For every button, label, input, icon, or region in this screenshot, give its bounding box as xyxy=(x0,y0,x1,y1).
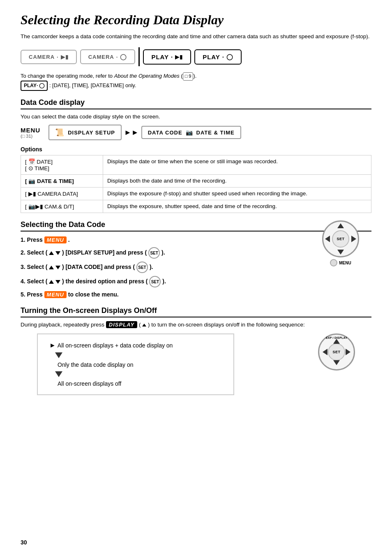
options-heading: Options xyxy=(21,146,371,153)
step-4: 4. Select ( ) the desired option and pre… xyxy=(21,276,371,287)
option-cam-dt-row: [ 📷▶▮ CAM.& D/T] Displays the exposure, … xyxy=(21,200,371,213)
play-video-icon: ▶▮ xyxy=(175,54,183,60)
dot-separator4: · xyxy=(222,53,224,60)
data-code-icon: 📷 xyxy=(186,129,193,136)
display-setup-icon: 📜 xyxy=(55,128,65,137)
onscreen-heading: Turning the On-screen Displays On/Off xyxy=(21,306,371,317)
menu-circle-icon xyxy=(330,259,337,266)
still-icon-inline: ◯ xyxy=(39,82,44,90)
onscreen-section: Turning the On-screen Displays On/Off Du… xyxy=(21,306,371,395)
data-code-section: Data Code display You can select the dat… xyxy=(21,98,371,213)
play-still-mode-btn[interactable]: PLAY · ◯ xyxy=(194,49,242,65)
mode-divider xyxy=(138,47,140,66)
option-cam-dt-key: [ 📷▶▮ CAM.& D/T] xyxy=(21,200,103,213)
menu-arrow: ►► xyxy=(124,128,139,137)
options-table: [ 📅 DATE][ ⊙ TIME] Displays the date or … xyxy=(21,155,371,213)
step-3-up-arrow xyxy=(49,266,54,269)
set2-right-arrow xyxy=(346,349,350,355)
set-btn-right-arrow xyxy=(351,236,356,242)
dot-separator: · xyxy=(57,54,59,60)
option-camera-data-key: [ ▶▮ CAMERA DATA] xyxy=(21,188,103,200)
step-2-down-arrow xyxy=(55,251,60,255)
flow-item-1-row: ► All on-screen displays + data code dis… xyxy=(49,342,173,349)
set2-up-arrow xyxy=(333,339,340,344)
onscreen-prefix: During playback, repeatedly press xyxy=(21,322,106,328)
note-prefix: To change the operating mode, refer to xyxy=(21,73,114,79)
flow-box: ► All on-screen displays + data code dis… xyxy=(37,333,234,395)
flow-item-2-row: Only the data code display on xyxy=(49,361,133,368)
dot-separator3: · xyxy=(171,53,173,60)
still-icon: ◯ xyxy=(120,53,127,60)
set-button-diagram: SET MENU xyxy=(318,220,363,266)
step-3-text: 3. Select ( xyxy=(21,264,47,270)
set-btn-left-arrow xyxy=(325,236,330,242)
flow-item-1: All on-screen displays + data code displ… xyxy=(58,342,173,349)
step-2-up-arrow xyxy=(49,251,54,255)
step-5-menu-tag: MENU xyxy=(44,291,67,298)
camera-video-label: CAMERA xyxy=(29,54,55,60)
note-suffix: : [DATE], [TIME], [DATE&TIME] only. xyxy=(49,82,136,88)
set-btn-inner-2: SET xyxy=(328,343,345,361)
step-4-text: 4. Select ( xyxy=(21,278,47,285)
note-italic-ref: About the Operating Modes xyxy=(114,73,180,79)
step-2-text: 2. Select ( xyxy=(21,249,47,256)
step-2-set-tag: SET xyxy=(148,247,160,259)
mode-buttons-row: CAMERA · ▶▮ CAMERA · ◯ PLAY · ▶▮ PLAY · … xyxy=(21,47,371,66)
selecting-data-code-section: Selecting the Data Code 1. Press MENU . … xyxy=(21,220,371,299)
play-still-icon: ◯ xyxy=(226,53,233,60)
step-3-rest: ). xyxy=(150,264,153,270)
menu-label: MENU xyxy=(21,127,40,134)
step-1-text: Press xyxy=(27,236,44,243)
flow-down-1 xyxy=(49,350,62,361)
option-camera-data-value: Displays the exposure (f-stop) and shutt… xyxy=(103,188,371,200)
menu-row: MENU (□ 31) 📜 DISPLAY SETUP ►► DATA CODE… xyxy=(21,125,371,140)
video-icon: ▶▮ xyxy=(61,54,69,60)
step-4-down-arrow xyxy=(55,280,60,284)
step-3-data-code: ) [DATA CODE] and press ( xyxy=(62,264,135,270)
intro-text: The camcorder keeps a data code containi… xyxy=(21,32,371,41)
data-code-heading: Data Code display xyxy=(21,98,371,109)
play-video-mode-btn[interactable]: PLAY · ▶▮ xyxy=(143,49,191,65)
data-code-value: DATE & TIME xyxy=(196,130,235,136)
step-3-down-arrow xyxy=(55,266,60,269)
onscreen-middle: ( xyxy=(139,322,141,328)
camera-still-mode-btn[interactable]: CAMERA · ◯ xyxy=(80,49,136,64)
set-btn-inner: SET xyxy=(332,230,349,248)
data-code-intro: You can select the data code display sty… xyxy=(21,113,371,120)
step-5-rest: to close the menu. xyxy=(68,291,119,298)
set-btn-up-arrow xyxy=(337,223,344,228)
option-cam-dt-value: Displays the exposure, shutter speed, da… xyxy=(103,200,371,213)
camera-still-label: CAMERA xyxy=(88,54,114,60)
option-datetime-value: Displays both the date and time of the r… xyxy=(103,175,371,188)
set-label: SET xyxy=(337,237,344,241)
flow-down-arrow-1 xyxy=(55,352,62,358)
step-4-up-arrow xyxy=(49,280,54,284)
option-date-key: [ 📅 DATE][ ⊙ TIME] xyxy=(21,155,103,175)
display-setup-box: 📜 DISPLAY SETUP xyxy=(48,125,122,140)
step-2-rest: ). xyxy=(161,249,165,256)
menu-label-text: MENU xyxy=(339,261,351,265)
step-4-rest: ). xyxy=(162,278,166,285)
option-datetime-key: [ 📷 DATE & TIME] xyxy=(21,175,103,188)
flow-item-3: All on-screen displays off xyxy=(58,380,121,387)
set2-down-arrow xyxy=(333,360,340,365)
option-date-value: Displays the date or time when the scene… xyxy=(103,155,371,175)
step-5: 5. Press MENU to close the menu. xyxy=(21,290,371,299)
menu-ref: (□ 31) xyxy=(21,134,32,139)
set-btn-outer: SET xyxy=(322,220,359,257)
option-camera-data-row: [ ▶▮ CAMERA DATA] Displays the exposure … xyxy=(21,188,371,200)
set-btn-down-arrow xyxy=(337,250,344,255)
option-datetime-row: [ 📷 DATE & TIME] Displays both the date … xyxy=(21,175,371,188)
flow-down-2 xyxy=(49,369,62,380)
play-still-label: PLAY xyxy=(203,53,220,60)
step-5-text: 5. Press xyxy=(21,291,44,298)
flow-item-2: Only the data code display on xyxy=(58,361,133,368)
dot-separator2: · xyxy=(116,54,118,60)
display-up-arrow xyxy=(142,324,146,326)
play-label-inline: PLAY· xyxy=(24,82,38,90)
onscreen-rest: ) to turn the on-screen displays on/off … xyxy=(148,322,305,328)
camera-video-mode-btn[interactable]: CAMERA · ▶▮ xyxy=(21,50,77,64)
page-title: Selecting the Recording Data Display xyxy=(21,12,371,28)
option-date-row: [ 📅 DATE][ ⊙ TIME] Displays the date or … xyxy=(21,155,371,175)
set2-left-arrow xyxy=(323,349,327,355)
